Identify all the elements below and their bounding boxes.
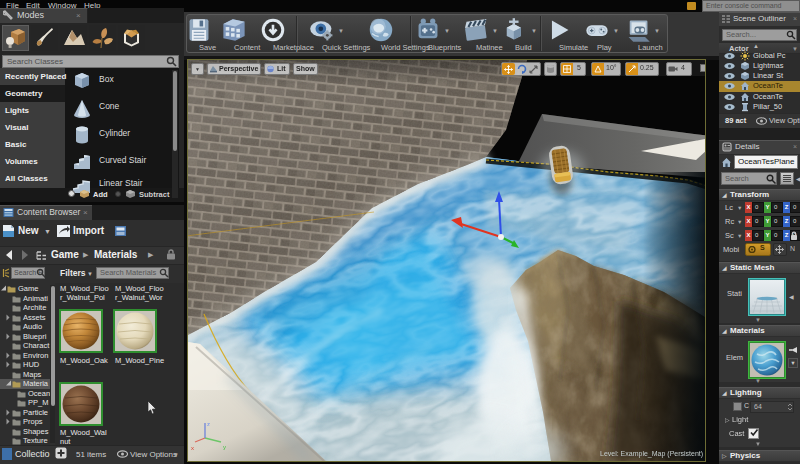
svg-text:x: x <box>191 445 194 451</box>
svg-text:y: y <box>223 444 226 450</box>
svg-text:Level: Example_Map (Persisten: Level: Example_Map (Persistent) <box>600 450 703 458</box>
svg-text:z: z <box>207 421 210 427</box>
